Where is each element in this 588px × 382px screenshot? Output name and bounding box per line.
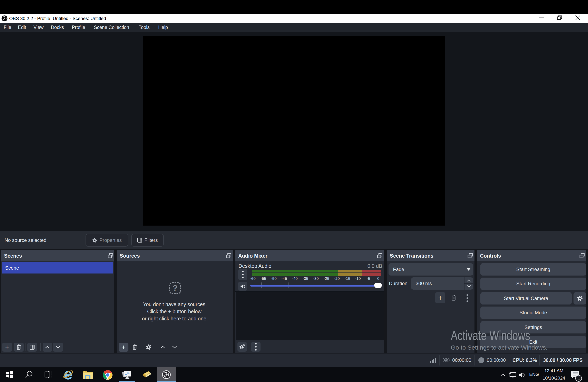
svg-text:1: 1: [578, 376, 580, 381]
